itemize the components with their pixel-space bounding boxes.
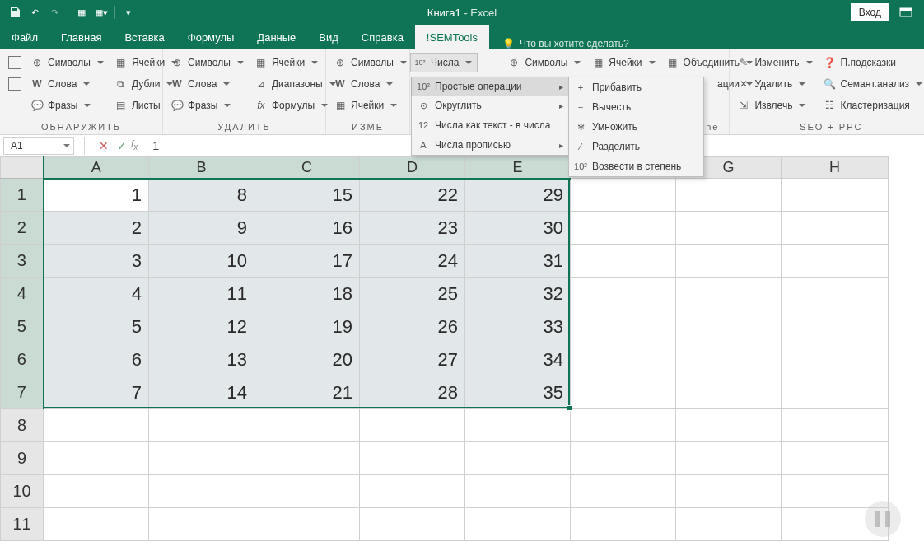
cell-F2[interactable] xyxy=(571,212,676,245)
cell-D10[interactable] xyxy=(360,475,465,508)
cell-A11[interactable] xyxy=(44,508,149,541)
cell-H7[interactable] xyxy=(782,376,889,409)
cell-H1[interactable] xyxy=(782,179,889,212)
cell-E5[interactable]: 33 xyxy=(465,310,571,343)
checkbox-2[interactable] xyxy=(8,77,21,91)
cell-H8[interactable] xyxy=(782,409,889,442)
cancel-formula-icon[interactable]: ✕ xyxy=(95,139,113,152)
cell-E11[interactable] xyxy=(465,508,571,541)
cell-C8[interactable] xyxy=(254,409,360,442)
cell-D9[interactable] xyxy=(360,442,465,475)
cell-E3[interactable]: 31 xyxy=(465,245,571,278)
words-button[interactable]: WСлова xyxy=(28,74,109,94)
fx-icon[interactable]: fx xyxy=(131,138,138,152)
checkbox-1[interactable] xyxy=(8,56,21,69)
cell-B1[interactable]: 8 xyxy=(149,179,254,212)
cell-E10[interactable] xyxy=(465,475,571,508)
cell-F11[interactable] xyxy=(571,508,676,541)
numbers-button[interactable]: 10²Числа xyxy=(410,53,478,72)
cell-F1[interactable] xyxy=(571,179,676,212)
cell-E7[interactable]: 35 xyxy=(465,376,571,409)
cell-G4[interactable] xyxy=(676,278,782,310)
comb-cells-button[interactable]: ▦Ячейки xyxy=(589,53,660,72)
save-icon[interactable] xyxy=(8,6,21,19)
cell-C5[interactable]: 19 xyxy=(254,310,360,343)
cell-E8[interactable] xyxy=(465,409,571,442)
cell-C6[interactable]: 20 xyxy=(254,343,360,376)
del-phrases-button[interactable]: 💬Фразы xyxy=(168,96,249,115)
cell-A5[interactable]: 5 xyxy=(44,310,149,343)
phrases-button[interactable]: 💬Фразы xyxy=(28,96,109,115)
cell-A7[interactable]: 7 xyxy=(44,376,149,409)
cell-H9[interactable] xyxy=(782,442,889,475)
chg-symbols-button[interactable]: ⊕Символы xyxy=(331,53,412,72)
cell-A3[interactable]: 3 xyxy=(44,245,149,278)
symbols-button[interactable]: ⊕Символы xyxy=(28,53,109,72)
cluster-button[interactable]: ☷Кластеризация xyxy=(821,96,924,115)
tab-вид[interactable]: Вид xyxy=(307,25,350,49)
menu-item-вычесть[interactable]: −Вычесть xyxy=(569,97,703,117)
qat-customize-icon[interactable]: ▾ xyxy=(122,6,135,19)
cell-B8[interactable] xyxy=(149,409,254,442)
cell-F8[interactable] xyxy=(571,409,676,442)
cell-D1[interactable]: 22 xyxy=(360,179,465,212)
cell-E2[interactable]: 30 xyxy=(465,212,571,245)
cell-B2[interactable]: 9 xyxy=(149,212,254,245)
cell-G3[interactable] xyxy=(676,245,782,278)
cell-F7[interactable] xyxy=(571,376,676,409)
cell-D7[interactable]: 28 xyxy=(360,376,465,409)
cell-G1[interactable] xyxy=(676,179,782,212)
cell-B6[interactable]: 13 xyxy=(149,343,254,376)
cell-G8[interactable] xyxy=(676,409,782,442)
cell-A6[interactable]: 6 xyxy=(44,343,149,376)
tab-вставка[interactable]: Вставка xyxy=(113,25,175,49)
menu-item-округлить[interactable]: ⊙Округлить xyxy=(412,96,568,115)
formula-value[interactable]: 1 xyxy=(152,139,159,152)
col-header-D[interactable]: D xyxy=(360,157,465,179)
cell-C3[interactable]: 17 xyxy=(254,245,360,278)
cell-A1[interactable]: 1 xyxy=(44,179,149,212)
menu-item-разделить[interactable]: ∕Разделить xyxy=(569,137,703,156)
tab-!semtools[interactable]: !SEMTools xyxy=(415,25,489,49)
qat-icon-1[interactable]: ▦ xyxy=(75,6,88,19)
name-box[interactable]: A1 xyxy=(3,137,74,155)
cell-D6[interactable]: 27 xyxy=(360,343,465,376)
cell-F4[interactable] xyxy=(571,278,676,310)
col-header-A[interactable]: A xyxy=(44,157,149,179)
row-header-7[interactable]: 7 xyxy=(1,376,44,409)
cell-H5[interactable] xyxy=(782,310,889,343)
cell-F6[interactable] xyxy=(571,343,676,376)
cell-E6[interactable]: 34 xyxy=(465,343,571,376)
col-header-E[interactable]: E xyxy=(465,157,571,179)
cell-G2[interactable] xyxy=(676,212,782,245)
col-header-C[interactable]: C xyxy=(254,157,360,179)
tab-формулы[interactable]: Формулы xyxy=(176,25,246,49)
row-header-5[interactable]: 5 xyxy=(1,310,44,343)
cell-G10[interactable] xyxy=(676,475,782,508)
cell-E4[interactable]: 32 xyxy=(465,278,571,310)
cell-F10[interactable] xyxy=(571,475,676,508)
cell-F9[interactable] xyxy=(571,442,676,475)
cell-D3[interactable]: 24 xyxy=(360,245,465,278)
row-header-6[interactable]: 6 xyxy=(1,343,44,376)
hints-button[interactable]: ❓П.подсказки xyxy=(821,53,924,72)
redo-icon[interactable]: ↷ xyxy=(48,6,61,19)
undo-icon[interactable]: ↶ xyxy=(28,6,41,19)
cell-C1[interactable]: 15 xyxy=(254,179,360,212)
cell-D5[interactable]: 26 xyxy=(360,310,465,343)
cell-F5[interactable] xyxy=(571,310,676,343)
cell-G11[interactable] xyxy=(676,508,782,541)
select-all-corner[interactable] xyxy=(1,157,44,179)
cell-G7[interactable] xyxy=(676,376,782,409)
chg-cells-button[interactable]: ▦Ячейки xyxy=(331,96,412,115)
cell-E9[interactable] xyxy=(465,442,571,475)
menu-item-простые-операции[interactable]: 10²Простые операции xyxy=(411,77,569,96)
tab-файл[interactable]: Файл xyxy=(0,25,49,49)
accept-formula-icon[interactable]: ✓ xyxy=(113,139,131,152)
col-header-H[interactable]: H xyxy=(782,157,889,179)
cell-C2[interactable]: 16 xyxy=(254,212,360,245)
tell-me-input[interactable]: 💡Что вы хотите сделать? xyxy=(489,38,629,49)
cell-B4[interactable]: 11 xyxy=(149,278,254,310)
cell-C4[interactable]: 18 xyxy=(254,278,360,310)
row-header-9[interactable]: 9 xyxy=(1,442,44,475)
